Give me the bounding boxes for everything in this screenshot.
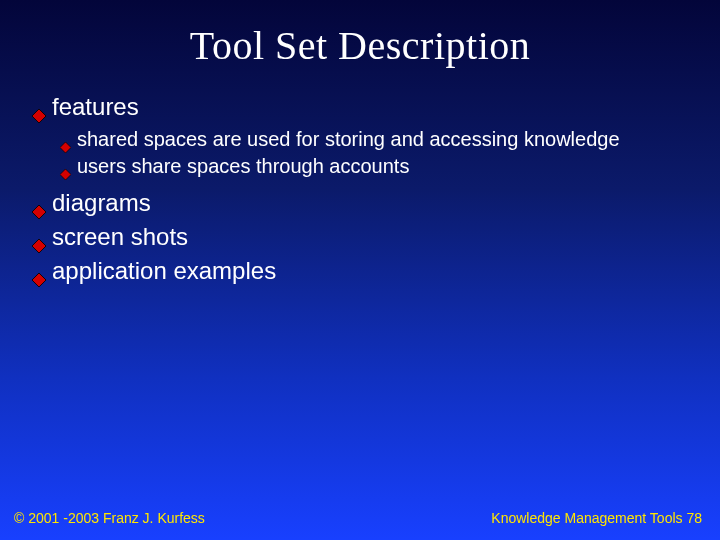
diamond-icon [60, 134, 71, 159]
bullet-examples: application examples [32, 257, 688, 285]
diamond-icon [32, 197, 46, 225]
bullet-features: features [32, 93, 688, 121]
bullet-list: features shared spaces are used for stor… [32, 93, 688, 285]
bullet-label: features [52, 93, 688, 121]
features-sublist: shared spaces are used for storing and a… [32, 127, 688, 179]
diamond-icon [32, 231, 46, 259]
sub-bullet-users-share: users share spaces through accounts [60, 154, 688, 179]
svg-marker-0 [32, 109, 46, 123]
slide-number: 78 [686, 510, 702, 526]
svg-marker-1 [60, 142, 71, 153]
sub-bullet-shared-spaces: shared spaces are used for storing and a… [60, 127, 688, 152]
copyright-text: © 2001 -2003 Franz J. Kurfess [14, 510, 205, 526]
svg-marker-2 [60, 169, 71, 180]
footer-right: Knowledge Management Tools 78 [491, 510, 702, 526]
sub-bullet-label: users share spaces through accounts [77, 154, 688, 179]
bullet-screenshots: screen shots [32, 223, 688, 251]
svg-marker-3 [32, 205, 46, 219]
diamond-icon [32, 101, 46, 129]
footer-label: Knowledge Management Tools [491, 510, 686, 526]
sub-bullet-label: shared spaces are used for storing and a… [77, 127, 688, 152]
diamond-icon [32, 265, 46, 293]
bullet-diagrams: diagrams [32, 189, 688, 217]
bullet-label: diagrams [52, 189, 688, 217]
slide: Tool Set Description features shared spa… [0, 0, 720, 540]
svg-marker-5 [32, 273, 46, 287]
footer: © 2001 -2003 Franz J. Kurfess Knowledge … [0, 510, 720, 526]
slide-title: Tool Set Description [32, 22, 688, 69]
diamond-icon [60, 161, 71, 186]
bullet-label: screen shots [52, 223, 688, 251]
bullet-label: application examples [52, 257, 688, 285]
svg-marker-4 [32, 239, 46, 253]
